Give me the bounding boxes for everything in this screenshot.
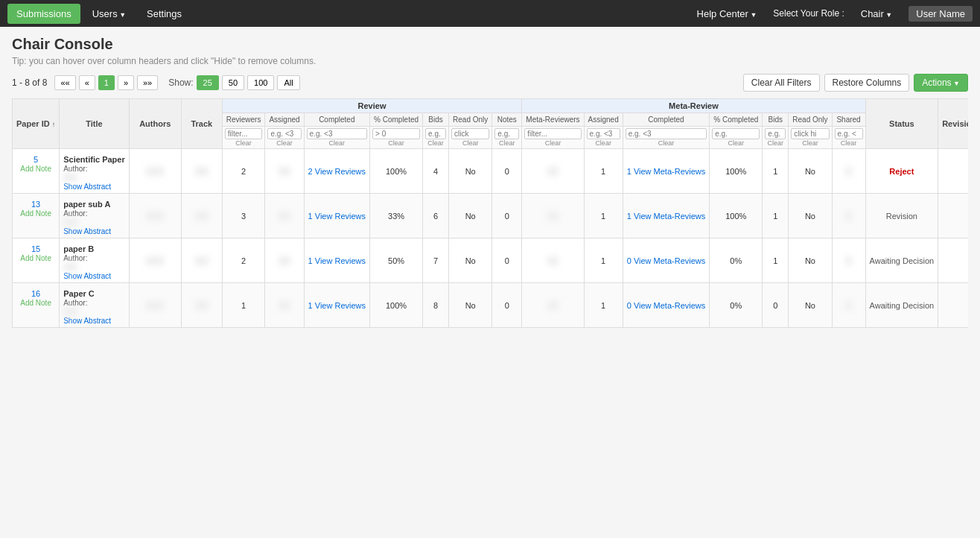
show-abstract-link[interactable]: Show Abstract [63, 183, 111, 191]
nav-submissions[interactable]: Submissions [7, 4, 80, 24]
filter-meta-completed[interactable]: Clear [623, 127, 710, 149]
filter-meta-assigned-input[interactable] [587, 128, 620, 139]
filter-pct[interactable]: Clear [370, 127, 423, 149]
show-100-button[interactable]: 100 [247, 75, 274, 90]
clear-read-only[interactable]: Clear [451, 139, 489, 147]
filter-completed-input[interactable] [307, 128, 367, 139]
col-title[interactable]: Title [60, 98, 130, 149]
col-paper-id[interactable]: Paper ID ↑ [13, 98, 60, 149]
clear-meta-pct[interactable]: Clear [712, 139, 760, 147]
page-1-button[interactable]: 1 [98, 75, 115, 90]
col-completed[interactable]: Completed [304, 113, 369, 127]
restore-columns-button[interactable]: Restore Columns [824, 74, 910, 92]
col-assigned[interactable]: Assigned [265, 113, 304, 127]
help-center[interactable]: Help Center [688, 4, 766, 24]
clear-reviewers[interactable]: Clear [225, 139, 263, 147]
view-reviews-link[interactable]: 1 View Reviews [308, 256, 366, 265]
clear-bids[interactable]: Clear [425, 139, 446, 147]
filter-meta-pct[interactable]: Clear [710, 127, 763, 149]
col-authors[interactable]: Authors [129, 98, 181, 149]
col-revision[interactable]: Revision Submitted? [938, 98, 968, 149]
col-meta-bids[interactable]: Bids [763, 113, 789, 127]
first-page-button[interactable]: «« [54, 75, 75, 90]
paper-id-link[interactable]: 15 [31, 244, 40, 253]
add-note[interactable]: Add Note [20, 254, 51, 262]
view-meta-reviews-link[interactable]: 0 View Meta-Reviews [627, 301, 706, 310]
clear-filters-button[interactable]: Clear All Filters [743, 74, 820, 92]
filter-meta-bids[interactable]: Clear [763, 127, 789, 149]
clear-meta-reviewers[interactable]: Clear [524, 139, 581, 147]
filter-meta-completed-input[interactable] [626, 128, 707, 139]
user-name[interactable]: User Name [909, 6, 973, 22]
next-page-button[interactable]: » [118, 75, 134, 90]
col-track[interactable]: Track [181, 98, 222, 149]
filter-meta-reviewers[interactable]: Clear [522, 127, 584, 149]
filter-meta-assigned[interactable]: Clear [584, 127, 623, 149]
role-selector[interactable]: Chair [852, 4, 902, 24]
filter-shared-input[interactable] [835, 128, 863, 139]
paper-id-link[interactable]: 13 [31, 200, 40, 209]
add-note[interactable]: Add Note [20, 299, 51, 307]
show-50-button[interactable]: 50 [222, 75, 244, 90]
show-abstract-link[interactable]: Show Abstract [63, 317, 111, 325]
filter-assigned[interactable]: Clear [265, 127, 304, 149]
view-reviews-link[interactable]: 1 View Reviews [308, 301, 366, 310]
show-25-button[interactable]: 25 [197, 75, 219, 90]
col-shared[interactable]: Shared [832, 113, 865, 127]
show-abstract-link[interactable]: Show Abstract [63, 272, 111, 280]
clear-assigned[interactable]: Clear [267, 139, 301, 147]
clear-meta-assigned[interactable]: Clear [587, 139, 620, 147]
filter-read-only-input[interactable] [451, 128, 489, 139]
filter-meta-read-only[interactable]: Clear [789, 127, 832, 149]
prev-page-button[interactable]: « [79, 75, 95, 90]
col-read-only[interactable]: Read Only [449, 113, 492, 127]
col-reviewers[interactable]: Reviewers [222, 113, 265, 127]
filter-assigned-input[interactable] [267, 128, 301, 139]
view-meta-reviews-link[interactable]: 1 View Meta-Reviews [627, 212, 706, 221]
filter-read-only[interactable]: Clear [449, 127, 492, 149]
show-all-button[interactable]: All [277, 75, 299, 90]
clear-meta-bids[interactable]: Clear [765, 139, 786, 147]
last-page-button[interactable]: »» [137, 75, 158, 90]
clear-notes[interactable]: Clear [494, 139, 519, 147]
add-note[interactable]: Add Note [20, 165, 51, 173]
col-status[interactable]: Status [865, 98, 938, 149]
filter-completed[interactable]: Clear [304, 127, 369, 149]
filter-pct-input[interactable] [372, 128, 420, 139]
nav-settings[interactable]: Settings [138, 4, 191, 24]
view-meta-reviews-link[interactable]: 1 View Meta-Reviews [627, 167, 706, 176]
paper-id-link[interactable]: 16 [31, 289, 40, 298]
view-reviews-link[interactable]: 1 View Reviews [308, 212, 366, 221]
filter-shared[interactable]: Clear [832, 127, 865, 149]
col-bids[interactable]: Bids [423, 113, 449, 127]
filter-reviewers[interactable]: Clear [222, 127, 265, 149]
clear-pct[interactable]: Clear [372, 139, 420, 147]
view-meta-reviews-link[interactable]: 0 View Meta-Reviews [627, 256, 706, 265]
col-pct-completed[interactable]: % Completed [370, 113, 423, 127]
view-reviews-link[interactable]: 2 View Reviews [308, 167, 366, 176]
filter-reviewers-input[interactable] [225, 128, 263, 139]
filter-notes-input[interactable] [494, 128, 519, 139]
show-abstract-link[interactable]: Show Abstract [63, 227, 111, 235]
filter-bids[interactable]: Clear [423, 127, 449, 149]
col-meta-read-only[interactable]: Read Only [789, 113, 832, 127]
add-note[interactable]: Add Note [20, 209, 51, 218]
filter-meta-read-only-input[interactable] [791, 128, 829, 139]
clear-shared[interactable]: Clear [835, 139, 863, 147]
filter-notes[interactable]: Clear [492, 127, 522, 149]
clear-meta-read-only[interactable]: Clear [791, 139, 829, 147]
clear-completed[interactable]: Clear [307, 139, 367, 147]
filter-meta-reviewers-input[interactable] [524, 128, 581, 139]
clear-meta-completed[interactable]: Clear [626, 139, 707, 147]
actions-button[interactable]: Actions [914, 74, 968, 92]
filter-meta-pct-input[interactable] [712, 128, 760, 139]
filter-bids-input[interactable] [425, 128, 446, 139]
col-notes[interactable]: Notes [492, 113, 522, 127]
nav-users[interactable]: Users [83, 4, 135, 24]
col-meta-assigned[interactable]: Assigned [584, 113, 623, 127]
col-meta-pct[interactable]: % Completed [710, 113, 763, 127]
filter-meta-bids-input[interactable] [765, 128, 786, 139]
paper-id-link[interactable]: 5 [34, 155, 38, 164]
col-meta-completed[interactable]: Completed [623, 113, 710, 127]
col-meta-reviewers[interactable]: Meta-Reviewers [522, 113, 584, 127]
